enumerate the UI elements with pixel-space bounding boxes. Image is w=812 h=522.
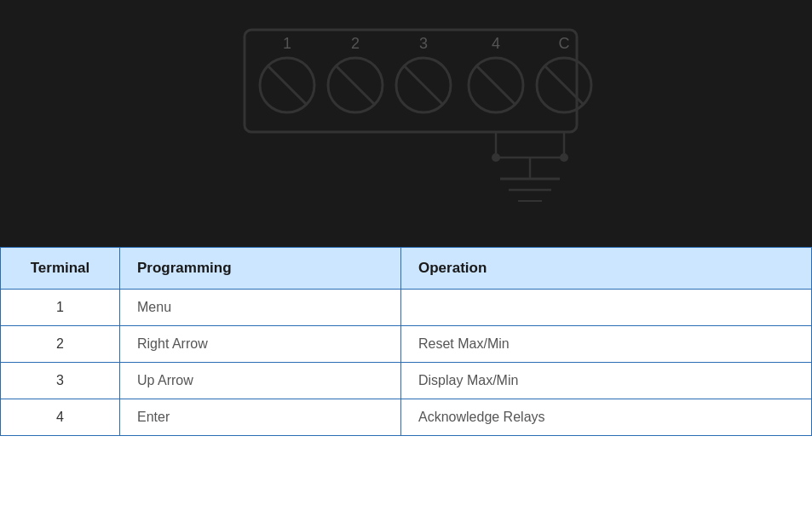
terminal-table: Terminal Programming Operation 1 Menu 2 … — [0, 247, 812, 436]
header-operation: Operation — [401, 248, 812, 290]
table-row: 1 Menu — [1, 290, 812, 326]
table-row: 2 Right Arrow Reset Max/Min — [1, 326, 812, 363]
header-terminal: Terminal — [1, 248, 120, 290]
table-row: 4 Enter Acknowledge Relays — [1, 399, 812, 436]
cell-operation-2: Reset Max/Min — [401, 326, 812, 363]
cell-operation-3: Display Max/Min — [401, 363, 812, 399]
cell-operation-4: Acknowledge Relays — [401, 399, 812, 436]
cell-terminal-3: 3 — [1, 363, 120, 399]
svg-line-6 — [337, 66, 374, 104]
svg-text:3: 3 — [418, 35, 427, 52]
header-programming: Programming — [120, 248, 401, 290]
svg-point-21 — [560, 153, 568, 162]
diagram-area: 1 2 3 4 C — [0, 0, 812, 247]
cell-terminal-1: 1 — [1, 290, 120, 326]
table-area: Terminal Programming Operation 1 Menu 2 … — [0, 247, 812, 522]
svg-point-20 — [492, 153, 500, 162]
cell-programming-4: Enter — [120, 399, 401, 436]
svg-line-3 — [268, 66, 306, 104]
table-header-row: Terminal Programming Operation — [1, 248, 812, 290]
svg-text:C: C — [558, 35, 569, 52]
svg-text:4: 4 — [491, 35, 499, 52]
page-container: 1 2 3 4 C — [0, 0, 812, 522]
svg-line-12 — [477, 66, 515, 104]
cell-terminal-2: 2 — [1, 326, 120, 363]
cell-operation-1 — [401, 290, 812, 326]
table-row: 3 Up Arrow Display Max/Min — [1, 363, 812, 399]
cell-programming-2: Right Arrow — [120, 326, 401, 363]
svg-rect-0 — [245, 30, 577, 132]
cell-programming-1: Menu — [120, 290, 401, 326]
cell-programming-3: Up Arrow — [120, 363, 401, 399]
diagram-svg: 1 2 3 4 C — [193, 21, 619, 226]
svg-text:2: 2 — [350, 35, 359, 52]
cell-terminal-4: 4 — [1, 399, 120, 436]
svg-line-9 — [405, 66, 442, 104]
svg-text:1: 1 — [282, 35, 291, 52]
